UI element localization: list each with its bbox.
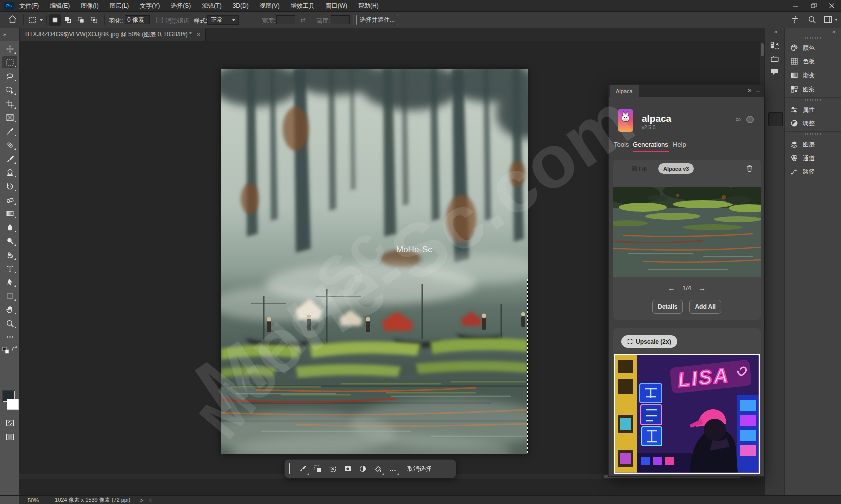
default-colors-icon[interactable]	[2, 347, 9, 354]
invert-selection-icon[interactable]	[355, 462, 370, 476]
rectangular-marquee-tool[interactable]	[2, 56, 17, 68]
menu-edit[interactable]: 编辑(E)	[44, 0, 75, 11]
panel-item-patterns[interactable]: 图案	[785, 84, 841, 95]
select-and-mask-button[interactable]: 选择并遮住...	[356, 15, 398, 25]
swap-colors-icon[interactable]	[11, 346, 18, 352]
menu-image[interactable]: 图像(I)	[75, 0, 104, 11]
selection-new-button[interactable]	[49, 14, 61, 26]
screen-mode-button[interactable]	[2, 431, 17, 443]
quick-mask-button[interactable]	[2, 417, 17, 429]
dodge-tool[interactable]	[2, 235, 17, 247]
document-tab[interactable]: BTXJRZD4G9$)VLVW(XOJ}BK.jpg @ 50% (图层 0,…	[20, 28, 206, 41]
width-input[interactable]	[276, 15, 295, 24]
dock-strip-collapse-icon[interactable]: «	[774, 29, 777, 35]
panel-item-layers[interactable]: 图层	[785, 139, 841, 150]
panel-collapse-icon[interactable]: »	[748, 86, 751, 94]
prev-page-icon[interactable]: ←	[668, 284, 675, 292]
panel-group-grip[interactable]	[805, 99, 822, 101]
blur-tool[interactable]	[2, 221, 17, 233]
delete-generation-icon[interactable]	[746, 165, 753, 172]
next-page-icon[interactable]: →	[698, 284, 706, 292]
eraser-tool[interactable]	[2, 194, 17, 206]
tool-preset-caret-icon[interactable]	[40, 19, 43, 21]
model-chip[interactable]: Alpaca v3	[658, 163, 694, 174]
upscale-chip[interactable]: Upscale (2x)	[621, 335, 677, 348]
fill-chip[interactable]: Fill	[627, 163, 652, 174]
fill-selection-icon[interactable]	[370, 462, 385, 476]
menu-window[interactable]: 窗口(W)	[320, 0, 353, 11]
background-color-swatch[interactable]	[7, 399, 19, 410]
comments-panel-icon[interactable]	[770, 67, 779, 76]
selection-subtract-button[interactable]	[75, 14, 87, 26]
add-all-button[interactable]: Add All	[689, 300, 721, 314]
details-button[interactable]: Details	[652, 300, 683, 314]
document-canvas-image[interactable]	[221, 69, 528, 454]
taskbar-drag-handle[interactable]	[289, 463, 290, 474]
tab-generations[interactable]: Generations	[633, 141, 668, 148]
rectangle-tool[interactable]	[2, 290, 17, 302]
document-close-icon[interactable]: ×	[197, 31, 201, 38]
feather-input[interactable]	[125, 15, 150, 24]
workspace-switcher-icon[interactable]	[791, 15, 799, 24]
restore-button[interactable]	[805, 0, 823, 11]
selection-brush-icon[interactable]	[295, 462, 310, 476]
account-status-icon[interactable]	[746, 116, 754, 123]
upscale-thumbnail[interactable]: LISA	[614, 354, 760, 474]
height-input[interactable]	[331, 15, 350, 24]
menu-file[interactable]: 文件(F)	[14, 0, 44, 11]
modify-selection-icon[interactable]	[310, 462, 325, 476]
tab-help[interactable]: Help	[673, 141, 686, 148]
hand-tool[interactable]	[2, 303, 17, 315]
swap-dimensions-icon[interactable]: ⇄	[300, 16, 306, 24]
frame-tool[interactable]	[2, 111, 17, 123]
object-selection-tool[interactable]	[2, 84, 17, 96]
edit-toolbar-icon[interactable]	[2, 331, 17, 343]
history-brush-tool[interactable]	[2, 180, 17, 192]
antialias-checkbox[interactable]	[156, 17, 163, 23]
selection-add-button[interactable]	[62, 14, 74, 26]
panel-item-swatches[interactable]: 色板	[785, 56, 841, 67]
menu-type[interactable]: 文字(Y)	[134, 0, 165, 11]
minimize-button[interactable]	[787, 0, 805, 11]
menu-filter[interactable]: 滤镜(T)	[196, 0, 227, 11]
spot-healing-brush-tool[interactable]	[2, 139, 17, 151]
selection-intersect-button[interactable]	[88, 14, 100, 26]
path-selection-tool[interactable]	[2, 276, 17, 288]
panel-item-channels[interactable]: 通道	[785, 153, 841, 164]
menu-view[interactable]: 视图(V)	[254, 0, 285, 11]
close-window-button[interactable]	[823, 0, 841, 11]
panel-item-color[interactable]: 颜色	[785, 42, 841, 53]
tab-tools[interactable]: Tools	[614, 141, 629, 148]
move-tool[interactable]	[2, 43, 17, 55]
panel-layout-icon[interactable]	[824, 15, 832, 24]
home-icon[interactable]	[8, 15, 17, 24]
tools-panel-expand-icon[interactable]: »	[0, 28, 19, 41]
panel-menu-icon[interactable]: ≡	[756, 86, 760, 94]
search-icon[interactable]	[808, 15, 816, 24]
zoom-tool[interactable]	[2, 317, 17, 329]
panel-item-adjustments[interactable]: 调整	[785, 118, 841, 129]
eyedropper-tool[interactable]	[2, 125, 17, 137]
deselect-button[interactable]: 取消选择	[403, 465, 436, 473]
alpaca-panel-tab[interactable]: Alpaca	[610, 85, 639, 97]
clone-stamp-tool[interactable]	[2, 166, 17, 178]
libraries-panel-icon[interactable]	[770, 54, 779, 63]
more-options-icon[interactable]: …	[385, 462, 400, 476]
menu-help[interactable]: 帮助(H)	[353, 0, 384, 11]
menu-3d[interactable]: 3D(D)	[227, 0, 254, 11]
type-tool[interactable]	[2, 262, 17, 274]
pen-tool[interactable]	[2, 249, 17, 261]
transform-selection-icon[interactable]	[325, 462, 340, 476]
create-mask-icon[interactable]	[340, 462, 355, 476]
vertical-scrollbar-thumb[interactable]	[761, 43, 764, 56]
brush-tool[interactable]	[2, 153, 17, 165]
crop-tool[interactable]	[2, 98, 17, 110]
menu-plugins[interactable]: 增效工具	[285, 0, 320, 11]
marquee-tool-preset-icon[interactable]	[28, 16, 37, 24]
status-zoom-level[interactable]: 50%	[28, 497, 39, 503]
panel-item-properties[interactable]: 属性	[785, 104, 841, 115]
status-flyout-icon-2[interactable]: <	[149, 497, 152, 503]
history-panel-icon[interactable]	[770, 41, 779, 50]
menu-layer[interactable]: 图层(L)	[104, 0, 135, 11]
panel-group-grip[interactable]	[805, 133, 822, 135]
